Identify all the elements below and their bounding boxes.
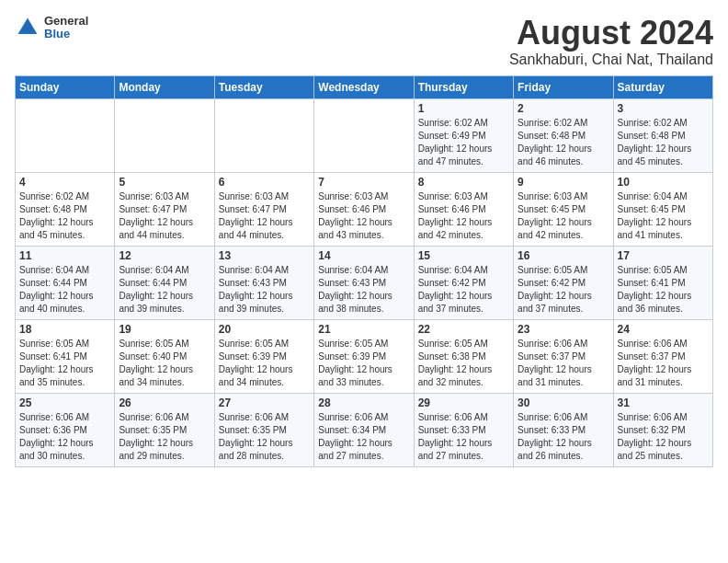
calendar-cell <box>214 98 313 172</box>
calendar-cell <box>115 98 214 172</box>
calendar-table: SundayMondayTuesdayWednesdayThursdayFrid… <box>15 75 713 467</box>
header-day-wednesday: Wednesday <box>314 75 414 98</box>
day-number: 29 <box>418 396 509 409</box>
calendar-cell: 12Sunrise: 6:04 AM Sunset: 6:44 PM Dayli… <box>115 246 214 319</box>
day-content: Sunrise: 6:03 AM Sunset: 6:46 PM Dayligh… <box>318 190 409 242</box>
day-number: 9 <box>518 176 609 189</box>
main-title: August 2024 <box>509 15 713 52</box>
logo-general: General <box>44 15 88 28</box>
day-number: 3 <box>618 102 709 115</box>
day-content: Sunrise: 6:06 AM Sunset: 6:33 PM Dayligh… <box>418 411 509 463</box>
calendar-cell: 9Sunrise: 6:03 AM Sunset: 6:45 PM Daylig… <box>514 172 613 246</box>
day-number: 11 <box>19 249 110 262</box>
day-content: Sunrise: 6:05 AM Sunset: 6:41 PM Dayligh… <box>618 264 709 316</box>
day-content: Sunrise: 6:03 AM Sunset: 6:45 PM Dayligh… <box>518 190 609 242</box>
logo: General Blue <box>15 15 88 41</box>
logo-text: General Blue <box>44 15 88 41</box>
day-number: 14 <box>318 249 409 262</box>
week-row-1: 1Sunrise: 6:02 AM Sunset: 6:49 PM Daylig… <box>16 98 713 172</box>
day-content: Sunrise: 6:04 AM Sunset: 6:44 PM Dayligh… <box>19 264 110 316</box>
calendar-body: 1Sunrise: 6:02 AM Sunset: 6:49 PM Daylig… <box>16 98 713 466</box>
calendar-cell: 30Sunrise: 6:06 AM Sunset: 6:33 PM Dayli… <box>514 393 613 466</box>
day-content: Sunrise: 6:03 AM Sunset: 6:47 PM Dayligh… <box>119 190 210 242</box>
day-number: 2 <box>518 102 609 115</box>
calendar-cell: 3Sunrise: 6:02 AM Sunset: 6:48 PM Daylig… <box>613 98 712 172</box>
calendar-cell: 16Sunrise: 6:05 AM Sunset: 6:42 PM Dayli… <box>514 246 613 319</box>
calendar-cell: 20Sunrise: 6:05 AM Sunset: 6:39 PM Dayli… <box>214 319 313 393</box>
day-content: Sunrise: 6:04 AM Sunset: 6:45 PM Dayligh… <box>618 190 709 242</box>
day-content: Sunrise: 6:04 AM Sunset: 6:43 PM Dayligh… <box>318 264 409 316</box>
calendar-cell: 18Sunrise: 6:05 AM Sunset: 6:41 PM Dayli… <box>16 319 115 393</box>
calendar-cell: 13Sunrise: 6:04 AM Sunset: 6:43 PM Dayli… <box>214 246 313 319</box>
day-number: 5 <box>119 176 210 189</box>
day-number: 27 <box>219 396 310 409</box>
calendar-cell: 17Sunrise: 6:05 AM Sunset: 6:41 PM Dayli… <box>613 246 712 319</box>
week-row-2: 4Sunrise: 6:02 AM Sunset: 6:48 PM Daylig… <box>16 172 713 246</box>
day-number: 19 <box>119 323 210 336</box>
day-content: Sunrise: 6:02 AM Sunset: 6:48 PM Dayligh… <box>518 117 609 168</box>
day-content: Sunrise: 6:05 AM Sunset: 6:39 PM Dayligh… <box>219 338 310 389</box>
day-content: Sunrise: 6:05 AM Sunset: 6:41 PM Dayligh… <box>19 338 110 389</box>
calendar-cell: 24Sunrise: 6:06 AM Sunset: 6:37 PM Dayli… <box>613 319 712 393</box>
calendar-cell: 8Sunrise: 6:03 AM Sunset: 6:46 PM Daylig… <box>414 172 513 246</box>
day-number: 17 <box>618 249 709 262</box>
day-content: Sunrise: 6:03 AM Sunset: 6:47 PM Dayligh… <box>219 190 310 242</box>
calendar-cell <box>16 98 115 172</box>
week-row-4: 18Sunrise: 6:05 AM Sunset: 6:41 PM Dayli… <box>16 319 713 393</box>
day-number: 7 <box>318 176 409 189</box>
header-day-tuesday: Tuesday <box>214 75 313 98</box>
calendar-cell: 19Sunrise: 6:05 AM Sunset: 6:40 PM Dayli… <box>115 319 214 393</box>
day-number: 13 <box>219 249 310 262</box>
day-content: Sunrise: 6:06 AM Sunset: 6:34 PM Dayligh… <box>318 411 409 463</box>
calendar-cell: 14Sunrise: 6:04 AM Sunset: 6:43 PM Dayli… <box>314 246 414 319</box>
day-content: Sunrise: 6:05 AM Sunset: 6:38 PM Dayligh… <box>418 338 509 389</box>
day-content: Sunrise: 6:06 AM Sunset: 6:35 PM Dayligh… <box>219 411 310 463</box>
day-content: Sunrise: 6:05 AM Sunset: 6:40 PM Dayligh… <box>119 338 210 389</box>
calendar-cell: 6Sunrise: 6:03 AM Sunset: 6:47 PM Daylig… <box>214 172 313 246</box>
day-content: Sunrise: 6:06 AM Sunset: 6:32 PM Dayligh… <box>618 411 709 463</box>
day-number: 24 <box>618 323 709 336</box>
day-number: 28 <box>318 396 409 409</box>
header-day-friday: Friday <box>514 75 613 98</box>
day-content: Sunrise: 6:06 AM Sunset: 6:37 PM Dayligh… <box>518 338 609 389</box>
calendar-cell: 2Sunrise: 6:02 AM Sunset: 6:48 PM Daylig… <box>514 98 613 172</box>
day-content: Sunrise: 6:06 AM Sunset: 6:37 PM Dayligh… <box>618 338 709 389</box>
logo-icon <box>15 15 40 40</box>
calendar-cell: 15Sunrise: 6:04 AM Sunset: 6:42 PM Dayli… <box>414 246 513 319</box>
day-number: 6 <box>219 176 310 189</box>
day-content: Sunrise: 6:04 AM Sunset: 6:44 PM Dayligh… <box>119 264 210 316</box>
day-content: Sunrise: 6:04 AM Sunset: 6:42 PM Dayligh… <box>418 264 509 316</box>
logo-blue: Blue <box>44 28 88 40</box>
header-day-thursday: Thursday <box>414 75 513 98</box>
day-number: 31 <box>618 396 709 409</box>
day-content: Sunrise: 6:02 AM Sunset: 6:48 PM Dayligh… <box>618 117 709 168</box>
day-content: Sunrise: 6:02 AM Sunset: 6:49 PM Dayligh… <box>418 117 509 168</box>
calendar-cell <box>314 98 414 172</box>
calendar-cell: 4Sunrise: 6:02 AM Sunset: 6:48 PM Daylig… <box>16 172 115 246</box>
day-content: Sunrise: 6:06 AM Sunset: 6:36 PM Dayligh… <box>19 411 110 463</box>
header: General Blue August 2024 Sankhaburi, Cha… <box>15 15 713 68</box>
day-content: Sunrise: 6:05 AM Sunset: 6:39 PM Dayligh… <box>318 338 409 389</box>
day-number: 15 <box>418 249 509 262</box>
day-content: Sunrise: 6:04 AM Sunset: 6:43 PM Dayligh… <box>219 264 310 316</box>
calendar-cell: 31Sunrise: 6:06 AM Sunset: 6:32 PM Dayli… <box>613 393 712 466</box>
calendar-cell: 1Sunrise: 6:02 AM Sunset: 6:49 PM Daylig… <box>414 98 513 172</box>
calendar-cell: 7Sunrise: 6:03 AM Sunset: 6:46 PM Daylig… <box>314 172 414 246</box>
day-number: 1 <box>418 102 509 115</box>
sub-title: Sankhaburi, Chai Nat, Thailand <box>509 52 713 68</box>
week-row-5: 25Sunrise: 6:06 AM Sunset: 6:36 PM Dayli… <box>16 393 713 466</box>
day-number: 30 <box>518 396 609 409</box>
day-number: 25 <box>19 396 110 409</box>
day-number: 26 <box>119 396 210 409</box>
day-content: Sunrise: 6:05 AM Sunset: 6:42 PM Dayligh… <box>518 264 609 316</box>
calendar-cell: 28Sunrise: 6:06 AM Sunset: 6:34 PM Dayli… <box>314 393 414 466</box>
calendar-header: SundayMondayTuesdayWednesdayThursdayFrid… <box>16 75 713 98</box>
day-number: 10 <box>618 176 709 189</box>
calendar-cell: 23Sunrise: 6:06 AM Sunset: 6:37 PM Dayli… <box>514 319 613 393</box>
header-day-sunday: Sunday <box>16 75 115 98</box>
header-day-monday: Monday <box>115 75 214 98</box>
day-content: Sunrise: 6:06 AM Sunset: 6:33 PM Dayligh… <box>518 411 609 463</box>
day-number: 4 <box>19 176 110 189</box>
day-number: 22 <box>418 323 509 336</box>
calendar-cell: 11Sunrise: 6:04 AM Sunset: 6:44 PM Dayli… <box>16 246 115 319</box>
